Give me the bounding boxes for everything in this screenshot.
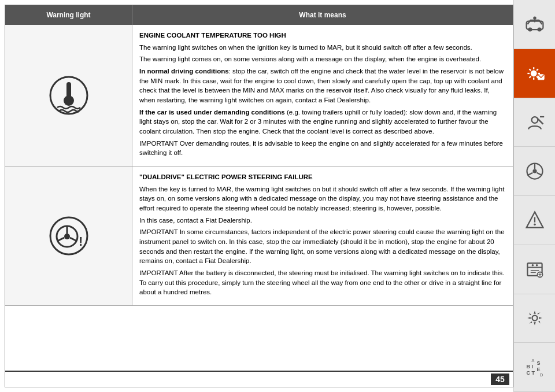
settings-icon — [524, 308, 545, 328]
maintenance-icon — [524, 259, 545, 280]
coolant-p5: IMPORTANT Over demanding routes, it is a… — [139, 139, 506, 158]
svg-text:E: E — [536, 367, 540, 372]
col-meaning-header: What it means — [132, 5, 513, 25]
svg-line-8 — [70, 238, 77, 241]
roadside-icon — [524, 210, 545, 231]
svg-line-22 — [536, 69, 538, 71]
steering-title: "DUALDRIVE" ELECTRIC POWER STEERING FAIL… — [139, 172, 506, 182]
svg-point-25 — [531, 117, 538, 123]
sidebar-item-settings[interactable] — [514, 294, 555, 343]
svg-line-26 — [538, 119, 543, 124]
steering-p1: When the key is turned to MAR, the warni… — [139, 184, 506, 213]
table-row: ENGINE COOLANT TEMPERATURE TOO HIGH The … — [5, 25, 513, 167]
steering-wheel-icon — [524, 161, 545, 182]
sidebar-item-alphabet[interactable]: B I C T S E A D — [514, 343, 555, 392]
svg-text:S: S — [536, 361, 540, 367]
svg-point-38 — [531, 264, 534, 267]
svg-point-13 — [533, 16, 536, 19]
car-info-icon — [524, 14, 545, 35]
coolant-cell-text: ENGINE COOLANT TEMPERATURE TOO HIGH The … — [132, 25, 513, 166]
coolant-p3: In normal driving conditions: stop the c… — [139, 66, 506, 105]
coolant-temp-icon-cell — [5, 25, 132, 166]
svg-text:C: C — [526, 370, 530, 376]
sidebar-item-car-info[interactable] — [514, 0, 555, 49]
coolant-p1: The warning light switches on when the i… — [139, 43, 506, 53]
table-row: ! "DUALDRIVE" ELECTRIC POWER STEERING FA… — [5, 167, 513, 306]
main-content: Warning light What it means E — [5, 5, 513, 387]
coolant-temp-icon — [49, 75, 89, 116]
svg-point-35 — [534, 223, 536, 225]
sidebar: B I C T S E A D — [513, 0, 555, 392]
steering-p2: In this case, contact a Fiat Dealership. — [139, 216, 506, 225]
svg-text:A: A — [531, 358, 534, 363]
sidebar-item-warning-lights[interactable] — [514, 49, 555, 98]
svg-text:B: B — [526, 364, 530, 369]
svg-point-29 — [532, 169, 536, 173]
svg-text:D: D — [540, 372, 543, 378]
sidebar-item-service[interactable] — [514, 98, 555, 147]
service-icon — [524, 112, 545, 132]
svg-point-11 — [528, 27, 532, 31]
sidebar-item-steering-wheel[interactable] — [514, 147, 555, 196]
table-body: ENGINE COOLANT TEMPERATURE TOO HIGH The … — [5, 25, 513, 371]
page-number: 45 — [491, 373, 509, 385]
coolant-p4: If the car is used under demanding condi… — [139, 108, 506, 136]
sidebar-item-maintenance[interactable] — [514, 245, 555, 294]
svg-point-39 — [535, 264, 538, 267]
svg-text:T: T — [531, 370, 535, 376]
svg-point-15 — [530, 70, 536, 76]
steering-icon-cell: ! — [5, 167, 132, 305]
alphabet-icon: B I C T S E A D — [524, 357, 545, 378]
svg-line-20 — [529, 69, 531, 71]
svg-point-2 — [64, 95, 74, 106]
svg-point-5 — [64, 234, 70, 239]
steering-p3: IMPORTANT In some circumstances, factors… — [139, 227, 506, 266]
svg-line-7 — [57, 238, 64, 241]
svg-point-45 — [532, 316, 537, 321]
steering-cell-text: "DUALDRIVE" ELECTRIC POWER STEERING FAIL… — [132, 167, 513, 305]
svg-text:I: I — [531, 364, 533, 369]
coolant-title: ENGINE COOLANT TEMPERATURE TOO HIGH — [139, 31, 506, 40]
svg-text:!: ! — [79, 234, 83, 249]
svg-point-12 — [537, 27, 541, 31]
table-header: Warning light What it means — [5, 5, 513, 25]
sidebar-item-roadside[interactable] — [514, 196, 555, 245]
coolant-p2: The warning light comes on, on some vers… — [139, 54, 506, 64]
bottom-bar: 45 — [5, 371, 513, 387]
svg-line-23 — [529, 76, 531, 78]
svg-line-31 — [527, 173, 532, 176]
electric-steering-icon: ! — [49, 216, 89, 256]
warning-lights-icon — [524, 63, 545, 84]
svg-line-32 — [536, 173, 542, 176]
steering-p4: IMPORTANT After the battery is disconnec… — [139, 268, 506, 297]
col-warning-light-header: Warning light — [5, 5, 132, 25]
